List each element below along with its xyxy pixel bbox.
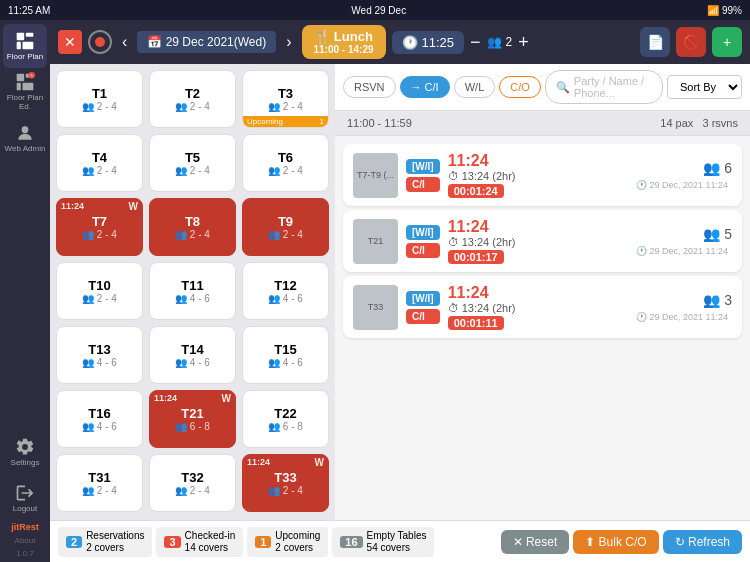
table-card-t6[interactable]: T6👥 2 - 4 [242, 134, 329, 192]
table-grid: T1👥 2 - 4T2👥 2 - 4T3👥 2 - 4Upcoming1T4👥 … [56, 70, 329, 512]
table-card-t3[interactable]: T3👥 2 - 4Upcoming1 [242, 70, 329, 128]
table-cap: 👥 4 - 6 [82, 421, 117, 432]
web-admin-icon [15, 123, 35, 143]
reservation-item-1[interactable]: T21 [W/I] C/I 11:24 ⏱ 13:24 (2hr) 00:01:… [343, 210, 742, 272]
tab-ci[interactable]: → C/I [400, 76, 450, 98]
print-button[interactable]: 📄 [640, 27, 670, 57]
lunch-time: 11:00 - 14:29 [314, 44, 374, 55]
table-name: T3 [278, 86, 293, 101]
tab-wl[interactable]: W/L [454, 76, 496, 98]
block-button[interactable]: 🚫 [676, 27, 706, 57]
tab-co[interactable]: C/O [499, 76, 541, 98]
pax-control: 👥 2 [487, 35, 513, 49]
table-name: T2 [185, 86, 200, 101]
sidebar-about[interactable]: About [15, 536, 36, 545]
svg-rect-1 [26, 32, 34, 36]
right-panel: RSVN → C/I W/L C/O 🔍 Party / Name / Phon… [335, 64, 750, 520]
stat-line2-empty: 54 covers [367, 542, 427, 554]
table-card-t8[interactable]: T8👥 2 - 4 [149, 198, 236, 256]
table-card-t5[interactable]: T5👥 2 - 4 [149, 134, 236, 192]
battery-indicator: 99% [722, 5, 742, 16]
stat-line1-reservations: Reservations [86, 530, 144, 542]
lunch-section[interactable]: 🍴 Lunch 11:00 - 14:29 [302, 25, 386, 59]
table-card-t4[interactable]: T4👥 2 - 4 [56, 134, 143, 192]
table-corner-w: W [129, 201, 138, 212]
pax-plus-button[interactable]: + [518, 32, 529, 53]
table-name: T7 [92, 214, 107, 229]
ritem-pax: 👥 6 [703, 160, 732, 176]
record-button[interactable] [88, 30, 112, 54]
ritem-right: 👥 3 🕐 29 Dec, 2021 11:24 [636, 292, 732, 322]
prev-date-button[interactable]: ‹ [118, 31, 131, 53]
status-bar: 11:25 AM Wed 29 Dec 📶 99% [0, 0, 750, 20]
table-card-t16[interactable]: T16👥 4 - 6 [56, 390, 143, 448]
table-name: T9 [278, 214, 293, 229]
upcoming-badge: Upcoming1 [243, 116, 328, 127]
ritem-status: [W/I] C/I [406, 225, 440, 258]
date-value: 29 Dec 2021(Wed) [166, 35, 267, 49]
table-cap: 👥 6 - 8 [268, 421, 303, 432]
table-card-t1[interactable]: T1👥 2 - 4 [56, 70, 143, 128]
sidebar-item-floor-plan[interactable]: Floor Plan [3, 24, 47, 68]
logout-icon [15, 483, 35, 503]
sidebar-item-logout[interactable]: Logout [3, 476, 47, 520]
table-cap: 👥 6 - 8 [175, 421, 210, 432]
table-cap: 👥 4 - 6 [175, 293, 210, 304]
refresh-button[interactable]: ↻ Refresh [663, 530, 742, 554]
table-card-t33[interactable]: 11:24WT33👥 2 - 4 [242, 454, 329, 512]
next-date-button[interactable]: › [282, 31, 295, 53]
stat-chip-checkedin: 3 Checked-in 14 covers [156, 527, 243, 557]
sidebar-item-web-admin[interactable]: Web Admin [3, 116, 47, 160]
table-card-t32[interactable]: T32👥 2 - 4 [149, 454, 236, 512]
status-right: 📶 99% [707, 5, 742, 16]
add-button[interactable]: + [712, 27, 742, 57]
stat-line1-checkedin: Checked-in [185, 530, 236, 542]
table-corner-w: W [315, 457, 324, 468]
table-cap: 👥 4 - 6 [268, 293, 303, 304]
svg-rect-4 [17, 74, 25, 82]
table-card-t14[interactable]: T14👥 4 - 6 [149, 326, 236, 384]
date-label: 📅 [147, 35, 165, 49]
date-button[interactable]: 📅 29 Dec 2021(Wed) [137, 31, 276, 53]
table-card-t15[interactable]: T15👥 4 - 6 [242, 326, 329, 384]
table-card-t2[interactable]: T2👥 2 - 4 [149, 70, 236, 128]
sort-select[interactable]: Sort By [667, 75, 742, 99]
table-card-t13[interactable]: T13👥 4 - 6 [56, 326, 143, 384]
table-card-t22[interactable]: T22👥 6 - 8 [242, 390, 329, 448]
sidebar-item-floor-plan-ed[interactable]: ✎ Floor Plan Ed. [3, 70, 47, 114]
sidebar-item-settings[interactable]: Settings [3, 430, 47, 474]
table-card-t9[interactable]: T9👥 2 - 4 [242, 198, 329, 256]
ritem-right: 👥 5 🕐 29 Dec, 2021 11:24 [636, 226, 732, 256]
sidebar-logo: jitRest [11, 522, 39, 532]
table-card-t12[interactable]: T12👥 4 - 6 [242, 262, 329, 320]
table-cap: 👥 2 - 4 [268, 229, 303, 240]
top-nav: ✕ ‹ 📅 29 Dec 2021(Wed) › 🍴 Lunch 11:00 -… [50, 20, 750, 64]
table-card-t31[interactable]: T31👥 2 - 4 [56, 454, 143, 512]
ritem-pax: 👥 5 [703, 226, 732, 242]
search-box[interactable]: 🔍 Party / Name / Phone... [545, 70, 663, 104]
stat-line1-empty: Empty Tables [367, 530, 427, 542]
sidebar-logout-label: Logout [13, 505, 37, 514]
table-name: T16 [88, 406, 110, 421]
wl-badge: [W/I] [406, 291, 440, 306]
ritem-date: 🕐 29 Dec, 2021 11:24 [636, 180, 732, 190]
table-card-t21[interactable]: 11:24WT21👥 6 - 8 [149, 390, 236, 448]
reservation-item-0[interactable]: T7-T9 (... [W/I] C/I 11:24 ⏱ 13:24 (2hr)… [343, 144, 742, 206]
floor-plan-ed-icon: ✎ [15, 72, 35, 92]
table-card-t10[interactable]: T10👥 2 - 4 [56, 262, 143, 320]
pax-minus-button[interactable]: − [470, 32, 481, 53]
table-card-t7[interactable]: 11:24WT7👥 2 - 4 [56, 198, 143, 256]
fork-icon: 🍴 [314, 29, 334, 44]
bulk-co-button[interactable]: ⬆ Bulk C/O [573, 530, 658, 554]
ritem-right: 👥 6 🕐 29 Dec, 2021 11:24 [636, 160, 732, 190]
table-card-t11[interactable]: T11👥 4 - 6 [149, 262, 236, 320]
ritem-time-sub: ⏱ 13:24 (2hr) [448, 302, 628, 314]
reset-button[interactable]: ✕ Reset [501, 530, 570, 554]
ritem-pax: 👥 3 [703, 292, 732, 308]
stat-line2-checkedin: 14 covers [185, 542, 236, 554]
logo-text: jitRest [11, 522, 39, 532]
close-button[interactable]: ✕ [58, 30, 82, 54]
record-inner [95, 37, 105, 47]
tab-rsvn[interactable]: RSVN [343, 76, 396, 98]
reservation-item-2[interactable]: T33 [W/I] C/I 11:24 ⏱ 13:24 (2hr) 00:01:… [343, 276, 742, 338]
